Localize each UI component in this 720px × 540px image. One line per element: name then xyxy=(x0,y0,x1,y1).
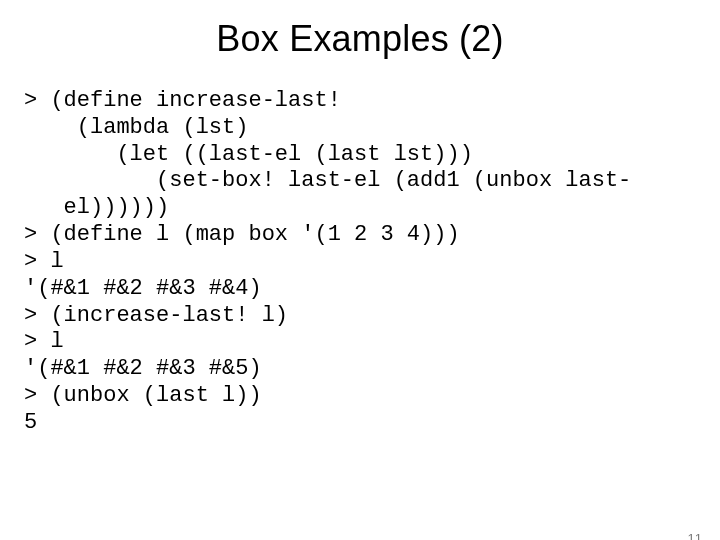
page-number: 11 xyxy=(688,531,702,540)
slide-title: Box Examples (2) xyxy=(0,18,720,60)
code-block: > (define increase-last! (lambda (lst) (… xyxy=(24,88,696,437)
slide: Box Examples (2) > (define increase-last… xyxy=(0,18,720,540)
